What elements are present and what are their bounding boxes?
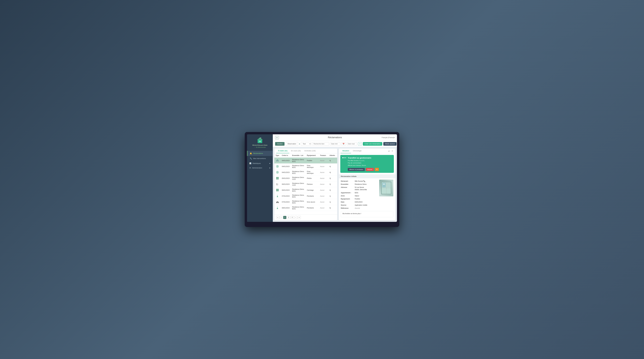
table-row[interactable]: 05/01/2023 Résidence DémoA102 Plinthe Au… [274,175,337,181]
create-reclamation-button[interactable]: Créer une réclamation [363,142,382,146]
cell-ensemble: Résidence DémoB201 [291,158,306,164]
language-selector[interactable]: Français (France)▾ [382,137,395,138]
cell-date: 04/01/2023 [280,164,291,169]
window-image [379,180,393,196]
right-tab-chronologie[interactable]: Chronologie [351,149,363,153]
svg-rect-20 [278,190,278,191]
detail-label: Zone: [341,195,354,197]
table-row[interactable]: 04/01/2023 Résidence DémoB201 Prise élec… [274,164,337,169]
svg-rect-0 [258,139,262,143]
sidebar-logo-area: Michel-Édouard Alain Se déconnecter [247,134,273,149]
page-first[interactable]: « [276,216,279,219]
cell-attente: 4j [328,164,337,169]
cell-ensemble: Résidence DémoB201 [291,187,306,193]
detail-row: Zone:Séjour [341,194,378,197]
cell-type [274,187,280,193]
table-row[interactable]: 07/01/2023 Résidence DémoB201 Gros œuvre… [274,199,337,205]
table-row[interactable]: 04/01/2023 Résidence DémoB201 Fenêtre Au… [274,158,337,164]
cell-travaux: Aucun [319,205,328,211]
cell-attente: 1j [328,193,337,199]
info-icon[interactable]: ℹ [299,143,300,145]
tab-a-traiter[interactable]: À traiter (21) [276,149,289,153]
filter-tout-select[interactable]: Tout [301,142,311,146]
table-row[interactable]: 04/01/2023 Résidence DémoB201 Prise élec… [274,169,337,175]
detail-row: Référence:Aucune [341,207,378,210]
svg-rect-24 [278,197,278,197]
page-1[interactable]: 1 [283,216,286,219]
left-panel: À traiter (21) En cours (15) Archivées (… [274,149,337,220]
hamburger-button[interactable]: ☰ [275,136,279,139]
page-prev[interactable]: ‹ [280,216,283,219]
language-label: Français (France)▾ [382,137,395,138]
close-button[interactable]: ✕ [391,150,394,152]
advanced-mode-button[interactable]: Mode avancé [383,142,396,146]
action-button[interactable]: ⚙ [375,168,379,171]
cell-travaux: Aucun [319,193,328,199]
cell-type [274,193,280,199]
assign-provider-button[interactable]: Affecter un prestataire [348,168,365,171]
tab-gestion[interactable]: Gestion [275,142,284,146]
sidebar: Michel-Édouard Alain Se déconnecter 🔔 Ré… [247,134,273,222]
col-ensemble[interactable]: Ensemble - Lot ↕ [291,153,306,158]
right-tab-bar: Situation Chronologie 🖨 ✕ [339,149,396,153]
col-attente[interactable]: Attente ↕ [328,153,337,158]
cell-equipment: Carrelage [306,187,319,193]
page-3[interactable]: 3 [290,216,294,219]
refuse-button[interactable]: Refuser [366,168,374,171]
cell-type [274,199,280,205]
sidebar-item-label-admin: Administration [252,167,262,169]
cell-attente: 4j [328,158,337,164]
table-row[interactable]: 07/01/2023 Résidence DémoB201 Plomberie … [274,193,337,199]
print-button[interactable]: 🖨 [388,150,390,152]
right-panel-actions: 🖨 ✕ [388,150,394,152]
table-row[interactable]: 08/01/2023 Résidence DémoB201 Plomberie … [274,205,337,211]
col-creee-le[interactable]: Créée le ↕ [280,153,291,158]
svg-point-4 [260,138,260,139]
date-mini-input[interactable] [330,142,340,146]
tab-en-cours[interactable]: En cours (15) [289,149,302,153]
sidebar-item-administration[interactable]: ⚙ Administration ▶ [247,166,273,170]
logout-link[interactable]: Se déconnecter [254,146,266,148]
tab-archivees[interactable]: Archivées (133) [302,149,318,153]
date-maxi-input[interactable] [347,142,357,146]
cell-travaux: Aucun [319,181,328,187]
col-travaux[interactable]: Travaux ↕ [319,153,328,158]
cell-equipment: Plomberie [306,205,319,211]
sidebar-item-label-reclamations: Réclamations [253,152,263,154]
svg-rect-5 [276,160,278,162]
page-2[interactable]: 2 [287,216,290,219]
table-row[interactable]: 06/01/2023 Résidence DémoB201 Carrelage … [274,187,337,193]
section-title-reclamation: Réclamation initiale [339,174,396,178]
svg-rect-7 [277,161,277,161]
svg-rect-14 [278,178,278,179]
tab-observation[interactable]: Observation [286,142,298,146]
date-clear-icon[interactable]: ✕ [358,142,362,146]
cell-ensemble: Résidence DémoA102 [291,181,306,187]
page-last[interactable]: » [298,216,301,219]
search-input[interactable] [312,142,329,146]
dot-1 [342,157,344,158]
detail-row: Appartement :B201 [341,191,378,194]
svg-point-29 [278,203,278,203]
detail-label: Référence: [341,207,354,209]
detail-section: Déclarant:Mlle Durand 📞Ensemble:Résidenc… [339,178,396,211]
sidebar-item-mes-interventions[interactable]: 🔧 Mes interventions [247,156,273,161]
cell-ensemble: Résidence DémoB201 [291,193,306,199]
table-row[interactable]: 06/01/2023 Résidence DémoA102 Peinture A… [274,181,337,187]
date-mini-calendar-icon[interactable]: 📅 [341,142,346,146]
status-affected: Affecté pour travaux: Aucun [348,164,379,166]
reclamation-image [379,180,393,196]
cell-equipment: Plinthe [306,175,319,181]
page-next[interactable]: › [294,216,297,219]
status-comment: Pas de commentaire [348,162,379,164]
detail-value: Application mobile [355,204,367,206]
cell-attente: 4j [328,169,337,175]
svg-rect-17 [276,189,277,190]
sidebar-item-statistiques[interactable]: 📊 Statistiques ▶ [247,161,273,166]
detail-row: Ensemble:Résidence Démo [341,183,378,186]
sidebar-item-reclamations[interactable]: 🔔 Réclamations [247,151,273,156]
right-tab-situation[interactable]: Situation [340,149,351,153]
statistiques-icon: 📊 [249,162,252,164]
svg-rect-41 [387,188,390,194]
detail-label: Ensemble: [341,183,354,185]
